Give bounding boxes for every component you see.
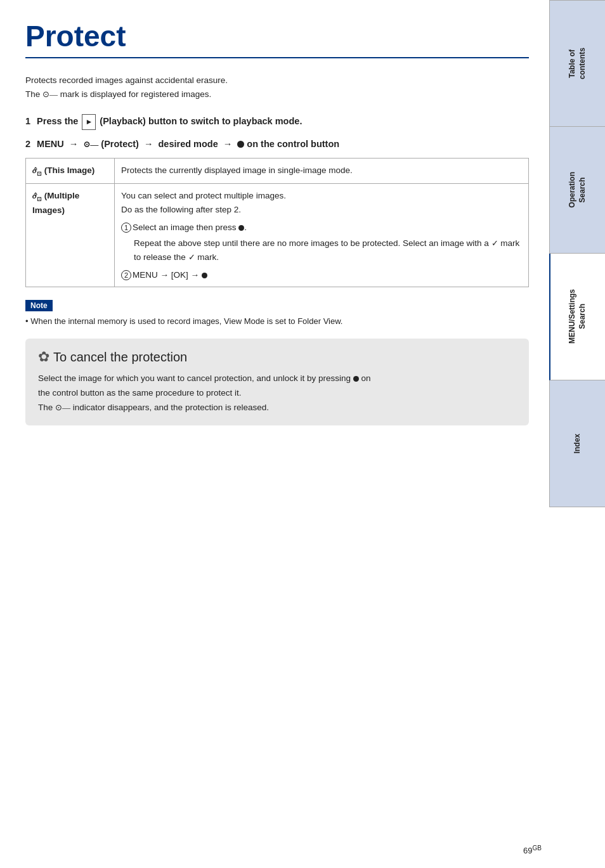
cancel-line2: the control button as the same procedure…	[38, 386, 516, 401]
this-image-icon: 𝜎̂⊡	[32, 165, 42, 175]
cancel-body: Select the image for which you want to c…	[38, 372, 516, 415]
sidebar-tab-index-label: Index	[573, 434, 583, 453]
cancel-line1: Select the image for which you want to c…	[38, 372, 516, 386]
table-cell-value-2: You can select and protect multiple imag…	[115, 184, 529, 287]
sidebar-tab-menu[interactable]: MENU/SettingsSearch	[549, 254, 605, 380]
step2-text: MENU → ⊙— (Protect) → desired mode → on …	[37, 139, 339, 149]
table-row-multiple-images: 𝜎̂⊡ (MultipleImages) You can select and …	[26, 184, 529, 287]
mi-step1: 1Select an image then press .	[121, 221, 522, 235]
sidebar-tab-menu-label: MENU/SettingsSearch	[568, 289, 587, 344]
sidebar-tab-operation-label: OperationSearch	[568, 172, 587, 208]
sidebar-tab-index[interactable]: Index	[549, 380, 605, 507]
note-content: • When the internal memory is used to re…	[25, 315, 529, 328]
cancel-line3: The ⊙— indicator disappears, and the pro…	[38, 401, 516, 415]
main-content: Protect Protects recorded images against…	[0, 0, 548, 444]
note-box: Note • When the internal memory is used …	[25, 300, 529, 328]
cancel-title-text: To cancel the protection	[53, 350, 187, 365]
intro-line2: The ⊙— mark is displayed for registered …	[25, 87, 529, 101]
circle-2: 2	[121, 270, 131, 280]
sidebar-tab-toc-label: Table ofcontents	[568, 48, 587, 79]
step1-text-before: Press the	[37, 116, 78, 126]
this-image-label: (This Image)	[44, 165, 95, 175]
page-title: Protect	[25, 19, 529, 58]
cancel-title: ✿ To cancel the protection	[38, 349, 516, 365]
step2-number: 2	[25, 139, 30, 149]
step1-text-after: (Playback) button to switch to playback …	[100, 116, 302, 126]
mi-line2: Do as the following after step 2.	[121, 203, 522, 217]
protect-table: 𝜎̂⊡ (This Image) Protects the currently …	[25, 158, 529, 287]
cancel-icon: ✿	[38, 349, 49, 365]
mi-step1-detail: Repeat the above step until there are no…	[134, 236, 522, 264]
table-cell-value-1: Protects the currently displayed image i…	[115, 159, 529, 184]
table-row-this-image: 𝜎̂⊡ (This Image) Protects the currently …	[26, 159, 529, 184]
multiple-images-icon: 𝜎̂⊡	[32, 191, 42, 200]
mi-step2: 2MENU → [OK] →	[121, 268, 522, 282]
sidebar-tabs: Table ofcontents OperationSearch MENU/Se…	[549, 0, 605, 868]
note-label: Note	[25, 300, 53, 311]
step2: 2 MENU → ⊙— (Protect) → desired mode → o…	[25, 136, 529, 152]
table-cell-key-2: 𝜎̂⊡ (MultipleImages)	[26, 184, 115, 287]
cancel-box: ✿ To cancel the protection Select the im…	[25, 339, 529, 425]
circle-1: 1	[121, 223, 131, 233]
playback-icon: ►	[82, 114, 96, 129]
step1-number: 1	[25, 116, 30, 126]
sidebar-tab-toc[interactable]: Table ofcontents	[549, 0, 605, 127]
intro-line1: Protects recorded images against acciden…	[25, 74, 529, 87]
intro-text: Protects recorded images against acciden…	[25, 74, 529, 101]
page-number: 69GB	[523, 845, 542, 855]
sidebar-tab-operation[interactable]: OperationSearch	[549, 127, 605, 254]
step1: 1 Press the ► (Playback) button to switc…	[25, 113, 529, 129]
mi-line1: You can select and protect multiple imag…	[121, 189, 522, 203]
table-cell-key-1: 𝜎̂⊡ (This Image)	[26, 159, 115, 184]
